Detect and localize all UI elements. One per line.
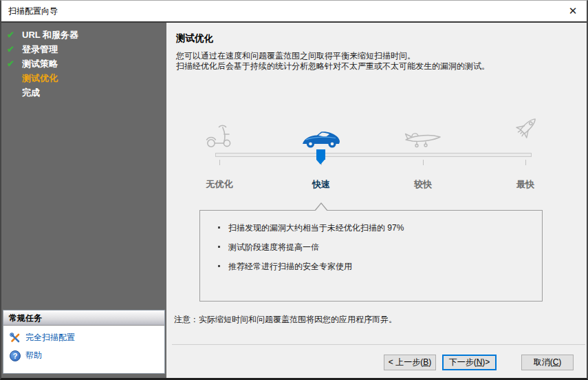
check-icon: ✔ <box>1 44 22 54</box>
option-no-optimization[interactable]: 无优化 <box>178 178 261 191</box>
step-test-optimization[interactable]: 测试优化 <box>1 71 166 85</box>
detail-text: 扫描发现的漏洞大约相当于未经优化扫描的 97% <box>228 222 404 234</box>
option-fastest[interactable]: 最快 <box>484 178 567 191</box>
back-button[interactable]: < 上一步(B) <box>384 355 436 370</box>
step-label: URL 和服务器 <box>22 29 78 41</box>
description-line: 您可以通过在速度和问题覆盖范围之间取得平衡来缩短扫描时间。 <box>176 51 490 61</box>
footer-separator <box>172 344 585 345</box>
help-icon: ? <box>10 350 21 361</box>
sports-car-icon <box>280 115 362 149</box>
page-description: 您可以通过在速度和问题覆盖范围之间取得平衡来缩短扫描时间。 扫描经优化后会基于持… <box>176 51 490 72</box>
cancel-button[interactable]: 取消(C) <box>521 355 574 370</box>
bullet-marker <box>218 246 220 248</box>
slider-tick <box>423 160 424 165</box>
step-label: 测试策略 <box>22 58 58 70</box>
slider-tick <box>219 160 220 165</box>
step-login-management[interactable]: ✔ 登录管理 <box>1 42 166 56</box>
bullet-marker <box>218 265 220 267</box>
slider-handle[interactable] <box>316 149 325 160</box>
full-scan-configuration-label: 完全扫描配置 <box>25 332 75 344</box>
check-icon: ✔ <box>1 59 22 69</box>
detail-text: 测试阶段速度将提高一倍 <box>228 242 319 253</box>
check-icon: ✔ <box>1 30 22 40</box>
close-icon[interactable]: ✕ <box>562 1 584 21</box>
rocket-icon <box>484 112 567 147</box>
common-tasks-panel: 常规任务 完全扫描配置 ? 帮助 <box>3 310 165 374</box>
detail-item: 推荐经常进行扫描的安全专家使用 <box>218 261 352 273</box>
step-complete[interactable]: 完成 <box>1 85 166 100</box>
bullet-marker <box>218 226 220 229</box>
title-bar: 扫描配置向导 ✕ <box>1 1 587 21</box>
page-title: 测试优化 <box>176 32 213 45</box>
note-text: 注意：实际缩短时间和问题覆盖范围将因您的应用程序而异。 <box>174 314 397 326</box>
tools-icon <box>10 332 21 344</box>
help-label: 帮助 <box>25 350 42 361</box>
help-link[interactable]: ? 帮助 <box>10 350 164 361</box>
step-label: 登录管理 <box>22 43 58 56</box>
scooter-icon <box>178 115 261 149</box>
option-fast[interactable]: 快速 <box>280 178 362 191</box>
window-title: 扫描配置向导 <box>8 1 58 21</box>
next-button[interactable]: 下一步(N)> <box>442 355 497 370</box>
step-url-and-servers[interactable]: ✔ URL 和服务器 <box>1 28 166 42</box>
wizard-page-test-optimization: 测试优化 您可以通过在速度和问题覆盖范围之间取得平衡来缩短扫描时间。 扫描经优化… <box>166 23 587 378</box>
description-line: 扫描经优化后会基于持续的统计分析忽略针对不太严重或不太可能发生的漏洞的测试。 <box>176 61 490 72</box>
common-tasks-title: 常规任务 <box>3 310 164 326</box>
step-list: ✔ URL 和服务器 ✔ 登录管理 ✔ 测试策略 测试优化 完成 <box>1 23 166 100</box>
detail-item: 测试阶段速度将提高一倍 <box>218 242 319 253</box>
step-label: 完成 <box>22 87 40 99</box>
slider-tick <box>525 160 526 165</box>
jet-plane-icon <box>382 115 464 149</box>
full-scan-configuration-link[interactable]: 完全扫描配置 <box>10 332 164 344</box>
optimization-slider-track[interactable] <box>215 153 532 157</box>
detail-item: 扫描发现的漏洞大约相当于未经优化扫描的 97% <box>218 222 404 234</box>
step-test-policy[interactable]: ✔ 测试策略 <box>1 56 166 71</box>
detail-text: 推荐经常进行扫描的安全专家使用 <box>228 261 352 273</box>
option-faster[interactable]: 较快 <box>382 178 464 191</box>
wizard-window: 扫描配置向导 ✕ ✔ URL 和服务器 ✔ 登录管理 ✔ 测试策略 测试优化 <box>0 0 588 380</box>
option-details-box: 扫描发现的漏洞大约相当于未经优化扫描的 97% 测试阶段速度将提高一倍 推荐经常… <box>199 210 543 302</box>
step-label: 测试优化 <box>22 72 58 85</box>
wizard-steps-sidebar: ✔ URL 和服务器 ✔ 登录管理 ✔ 测试策略 测试优化 完成 常规任务 <box>1 23 166 378</box>
